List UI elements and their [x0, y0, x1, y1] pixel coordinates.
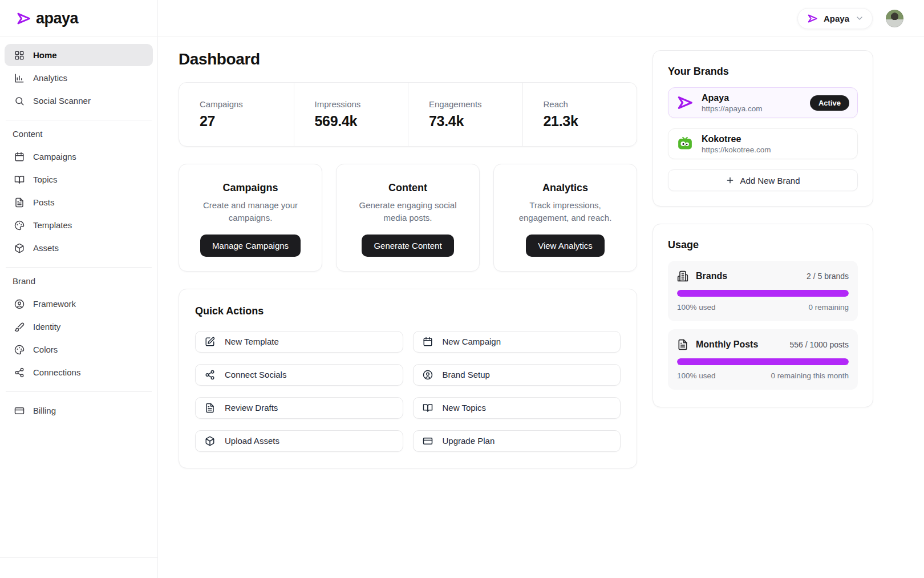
sidebar-item-label: Campaigns [33, 152, 76, 161]
progress-bar [677, 290, 849, 297]
sidebar-item-label: Connections [33, 367, 80, 377]
topbar: Apaya [158, 0, 924, 37]
quick-action-label: New Topics [443, 403, 486, 413]
brand-row-kokotree[interactable]: Kokotree https://kokotree.com [668, 128, 858, 159]
feature-card-content: Content Generate engaging social media p… [336, 164, 480, 272]
calendar-icon [14, 152, 25, 162]
sidebar-item-identity[interactable]: Identity [5, 316, 153, 338]
sidebar-item-templates[interactable]: Templates [5, 214, 153, 236]
meter-quota: 556 / 1000 posts [789, 340, 849, 349]
stat-impressions: Impressions 569.4k [294, 83, 408, 146]
package-icon [205, 436, 215, 446]
package-icon [14, 243, 25, 253]
quick-actions-card: Quick Actions New Template New Campaign [179, 289, 637, 468]
sidebar-item-billing[interactable]: Billing [5, 399, 153, 422]
book-open-icon [14, 175, 25, 185]
stat-reach: Reach 21.3k [522, 83, 637, 146]
sidebar-item-label: Assets [33, 243, 59, 253]
stats-card: Campaigns 27 Impressions 569.4k Engageme… [179, 82, 637, 147]
sidebar-item-label: Analytics [33, 73, 67, 83]
sidebar-item-topics[interactable]: Topics [5, 168, 153, 191]
dashboard-main: Dashboard Campaigns 27 Impressions 569.4… [179, 50, 637, 578]
sidebar-item-colors[interactable]: Colors [5, 338, 153, 361]
review-drafts-button[interactable]: Review Drafts [195, 397, 403, 419]
brand-url: https://apaya.com [702, 104, 763, 113]
meter-label: Brands [696, 271, 727, 281]
sidebar-item-label: Posts [33, 197, 55, 207]
apaya-logo-icon [676, 94, 694, 111]
generate-content-button[interactable]: Generate Content [362, 235, 453, 257]
sidebar-item-assets[interactable]: Assets [5, 237, 153, 259]
usage-title: Usage [668, 239, 858, 251]
credit-card-icon [423, 436, 433, 446]
feature-card-analytics: Analytics Track impressions, engagement,… [493, 164, 637, 272]
quick-action-label: New Campaign [443, 337, 501, 346]
apaya-logo-icon [16, 11, 31, 26]
quick-actions-grid: New Template New Campaign Connect Social… [195, 331, 621, 452]
sidebar-item-label: Colors [33, 345, 58, 354]
new-campaign-button[interactable]: New Campaign [413, 331, 621, 353]
quick-action-label: Review Drafts [225, 403, 278, 413]
search-icon [14, 96, 25, 106]
bar-chart-icon [14, 73, 25, 83]
building-icon [677, 270, 688, 282]
brand-setup-button[interactable]: Brand Setup [413, 364, 621, 386]
new-template-button[interactable]: New Template [195, 331, 403, 353]
feature-description: Generate engaging social media posts. [349, 199, 467, 224]
sidebar-item-framework[interactable]: Framework [5, 293, 153, 315]
apaya-logo-icon [807, 13, 818, 24]
sidebar-item-social-scanner[interactable]: Social Scanner [5, 90, 153, 112]
stat-label: Impressions [315, 99, 408, 109]
add-new-brand-button[interactable]: Add New Brand [668, 169, 858, 191]
quick-actions-title: Quick Actions [195, 305, 621, 317]
progress-fill [677, 358, 849, 365]
calendar-icon [423, 337, 433, 347]
sidebar-item-home[interactable]: Home [5, 44, 153, 66]
user-avatar[interactable] [886, 10, 903, 27]
new-topics-button[interactable]: New Topics [413, 397, 621, 419]
progress-bar [677, 358, 849, 365]
brand-url: https://kokotree.com [702, 145, 771, 154]
pen-square-icon [205, 337, 215, 347]
brand-row-apaya[interactable]: Apaya https://apaya.com Active [668, 87, 858, 118]
meter-remaining: 0 remaining [808, 303, 849, 312]
upgrade-plan-button[interactable]: Upgrade Plan [413, 430, 621, 452]
brand-switcher-label: Apaya [824, 14, 849, 23]
manage-campaigns-button[interactable]: Manage Campaigns [200, 235, 301, 257]
credit-card-icon [14, 406, 25, 416]
sidebar-item-label: Home [33, 50, 57, 60]
sidebar-item-campaigns[interactable]: Campaigns [5, 145, 153, 168]
feature-description: Track impressions, engagement, and reach… [506, 199, 624, 224]
sidebar-item-label: Identity [33, 322, 60, 332]
stat-engagements: Engagements 73.4k [408, 83, 522, 146]
brand-switcher[interactable]: Apaya [797, 8, 873, 29]
sidebar-section-content: Content [5, 128, 153, 145]
upload-assets-button[interactable]: Upload Assets [195, 430, 403, 452]
meter-used: 100% used [677, 303, 716, 312]
sidebar-item-analytics[interactable]: Analytics [5, 67, 153, 89]
quick-action-label: Connect Socials [225, 370, 286, 379]
content-area: Dashboard Campaigns 27 Impressions 569.4… [158, 37, 924, 578]
sidebar-item-connections[interactable]: Connections [5, 361, 153, 383]
connect-socials-button[interactable]: Connect Socials [195, 364, 403, 386]
sidebar-item-label: Social Scanner [33, 96, 91, 106]
sidebar-item-label: Framework [33, 299, 76, 309]
user-circle-icon [14, 299, 25, 309]
share-icon [205, 370, 215, 380]
view-analytics-button[interactable]: View Analytics [526, 235, 605, 257]
grid-icon [14, 50, 25, 60]
app-logo[interactable]: apaya [0, 0, 157, 37]
stat-value: 21.3k [544, 113, 637, 130]
meter-used: 100% used [677, 371, 716, 380]
stat-value: 73.4k [429, 113, 522, 130]
stat-value: 27 [200, 113, 294, 130]
sidebar-item-label: Topics [33, 175, 58, 184]
meter-quota: 2 / 5 brands [807, 272, 849, 281]
quick-action-label: Upload Assets [225, 436, 279, 446]
sidebar-item-posts[interactable]: Posts [5, 191, 153, 213]
usage-meter-brands: Brands 2 / 5 brands 100% used 0 remainin… [668, 261, 858, 321]
sidebar-section-brand: Brand [5, 275, 153, 293]
user-circle-icon [423, 370, 433, 380]
sidebar-divider [6, 267, 152, 268]
sidebar-divider [6, 120, 152, 120]
